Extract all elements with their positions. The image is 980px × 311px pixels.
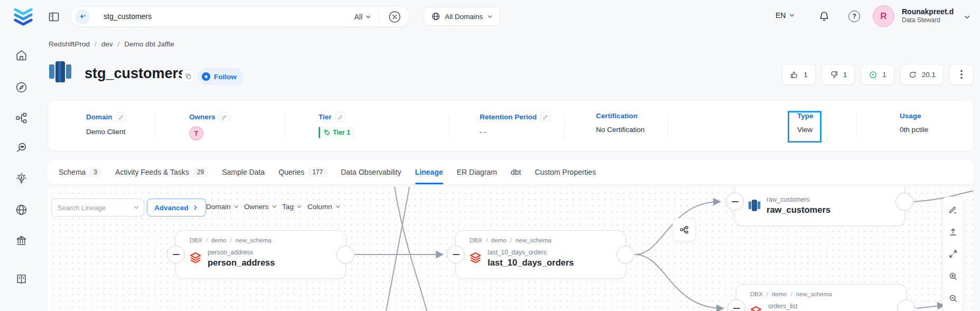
global-search-bar[interactable]: All bbox=[70, 6, 410, 27]
more-options-button[interactable] bbox=[949, 64, 974, 85]
search-divider bbox=[378, 12, 379, 22]
sidebar-item-domains[interactable] bbox=[15, 203, 28, 216]
sidebar-item-explore[interactable] bbox=[15, 81, 28, 94]
filter-label: Domain bbox=[206, 203, 231, 211]
databricks-icon bbox=[189, 251, 202, 265]
lineage-node-last-10-days-orders[interactable]: DBX / demo / new_schema last_10_days_ord… bbox=[455, 230, 626, 279]
tab-sample-data[interactable]: Sample Data bbox=[222, 160, 265, 184]
retention-label[interactable]: Retention Period bbox=[480, 113, 537, 121]
breadcrumb-separator: / bbox=[118, 40, 120, 48]
certification-label[interactable]: Certification bbox=[596, 112, 638, 120]
edit-lineage-icon[interactable] bbox=[945, 201, 961, 218]
node-display-name: raw_customers bbox=[767, 205, 830, 215]
breadcrumb: RedshiftProd / dev / Demo dbt Jaffle bbox=[49, 40, 174, 48]
entity-actions: 1 1 1 20.1 bbox=[782, 64, 974, 85]
lineage-search-input[interactable] bbox=[51, 199, 144, 216]
lineage-node-orders-list[interactable]: DBX / demo / new_schema orders_list orde… bbox=[736, 284, 907, 311]
breadcrumb-schema[interactable]: Demo dbt Jaffle bbox=[124, 40, 174, 48]
lineage-filter-column[interactable]: Column bbox=[307, 203, 341, 211]
sidebar-item-glossary[interactable] bbox=[15, 272, 28, 286]
lineage-filter-owners[interactable]: Owners bbox=[244, 203, 277, 211]
sidebar-item-observability[interactable] bbox=[15, 142, 28, 155]
sidebar-item-govern[interactable] bbox=[15, 234, 28, 247]
breadcrumb-separator: / bbox=[791, 291, 792, 297]
edit-owners-icon[interactable] bbox=[219, 112, 229, 122]
downvote-button[interactable]: 1 bbox=[822, 64, 855, 85]
advanced-label: Advanced bbox=[154, 204, 189, 212]
openmetadata-logo-icon[interactable] bbox=[13, 5, 34, 27]
clear-search-icon[interactable] bbox=[388, 11, 401, 23]
node-output-handle[interactable] bbox=[895, 193, 913, 211]
tab-label: Sample Data bbox=[222, 168, 265, 176]
tab-label: Activity Feeds & Tasks bbox=[115, 168, 189, 176]
tier-label[interactable]: Tier bbox=[319, 113, 332, 121]
advanced-lineage-button[interactable]: Advanced bbox=[147, 199, 206, 216]
tab-activity-feeds[interactable]: Activity Feeds & Tasks 29 bbox=[115, 160, 208, 184]
breadcrumb-database[interactable]: dev bbox=[101, 40, 113, 48]
owners-label[interactable]: Owners bbox=[189, 113, 216, 121]
lineage-search[interactable] bbox=[51, 199, 144, 216]
help-icon[interactable]: ? bbox=[848, 11, 860, 22]
sidebar-item-home[interactable] bbox=[15, 49, 28, 62]
fullscreen-icon[interactable] bbox=[945, 246, 961, 262]
lineage-node-raw-customers[interactable]: raw_customers raw_customers bbox=[734, 187, 905, 226]
search-scope-dropdown[interactable]: All bbox=[354, 6, 371, 27]
edge-pipeline-badge[interactable] bbox=[673, 218, 696, 241]
collapse-upstream-handle[interactable] bbox=[727, 299, 745, 311]
tab-er-diagram[interactable]: ER Diagram bbox=[457, 160, 497, 184]
chevron-right-icon bbox=[192, 204, 199, 211]
zoom-in-icon[interactable] bbox=[945, 268, 961, 284]
export-lineage-icon[interactable] bbox=[945, 223, 961, 240]
zoom-out-icon[interactable] bbox=[945, 290, 961, 306]
follow-button[interactable]: ★ Follow bbox=[198, 68, 244, 85]
edit-domain-icon[interactable] bbox=[116, 112, 126, 122]
lineage-filter-tag[interactable]: Tag bbox=[282, 203, 302, 211]
node-display-name: person_address bbox=[208, 258, 275, 268]
edit-tier-icon[interactable] bbox=[335, 112, 346, 122]
user-menu-chevron-icon[interactable] bbox=[964, 14, 970, 21]
node-output-handle[interactable] bbox=[617, 246, 634, 263]
collapse-upstream-handle[interactable] bbox=[447, 246, 465, 263]
all-domains-button[interactable]: All Domains bbox=[424, 7, 500, 26]
domain-label[interactable]: Domain bbox=[86, 113, 113, 121]
node-output-handle[interactable] bbox=[897, 299, 915, 311]
node-database: demo bbox=[211, 237, 227, 243]
sidebar-item-insights[interactable] bbox=[15, 172, 28, 185]
node-service: DBX bbox=[470, 237, 482, 243]
tab-data-observability[interactable]: Data Observability bbox=[341, 160, 401, 184]
version-button[interactable]: 20.1 bbox=[900, 64, 944, 85]
node-output-handle[interactable] bbox=[337, 246, 354, 263]
breadcrumb-separator: / bbox=[486, 237, 488, 243]
lineage-canvas[interactable]: Advanced Domain Owners Tag Column bbox=[48, 187, 974, 311]
copy-name-icon[interactable] bbox=[182, 70, 194, 82]
breadcrumb-service[interactable]: RedshiftProd bbox=[49, 40, 90, 48]
type-label: Type bbox=[797, 112, 814, 120]
user-menu[interactable]: Rounakpreet.d Data Steward bbox=[902, 7, 954, 25]
user-avatar[interactable]: R bbox=[873, 5, 894, 27]
tab-custom-properties[interactable]: Custom Properties bbox=[535, 160, 596, 184]
owner-avatar[interactable]: T bbox=[189, 126, 203, 140]
task-target-icon bbox=[869, 70, 878, 79]
collapse-upstream-handle[interactable] bbox=[167, 246, 185, 263]
notifications-bell-icon[interactable] bbox=[818, 10, 830, 23]
tab-count: 3 bbox=[89, 167, 101, 177]
tab-dbt[interactable]: dbt bbox=[511, 160, 521, 184]
retention-value: - - bbox=[480, 128, 550, 136]
tasks-button[interactable]: 1 bbox=[861, 64, 894, 85]
tier-badge[interactable]: Tier 1 bbox=[319, 127, 355, 138]
tab-schema[interactable]: Schema 3 bbox=[59, 160, 101, 184]
edit-retention-icon[interactable] bbox=[540, 112, 550, 122]
tier-value: Tier 1 bbox=[333, 129, 350, 136]
lineage-filter-domain[interactable]: Domain bbox=[206, 203, 239, 211]
upvote-button[interactable]: 1 bbox=[782, 64, 816, 85]
tab-lineage[interactable]: Lineage bbox=[415, 160, 443, 184]
lineage-node-person-address[interactable]: DBX / demo / new_schema person_address p… bbox=[175, 230, 346, 279]
info-tier: Tier Tier 1 bbox=[319, 112, 355, 138]
sidebar-collapse-icon[interactable] bbox=[48, 11, 60, 23]
node-name: orders_list bbox=[768, 303, 813, 310]
search-input[interactable] bbox=[102, 6, 298, 26]
collapse-upstream-handle[interactable] bbox=[726, 193, 744, 211]
sidebar-item-data-flow[interactable] bbox=[15, 111, 28, 125]
language-dropdown[interactable]: EN bbox=[776, 11, 795, 20]
tab-queries[interactable]: Queries 177 bbox=[278, 160, 327, 184]
